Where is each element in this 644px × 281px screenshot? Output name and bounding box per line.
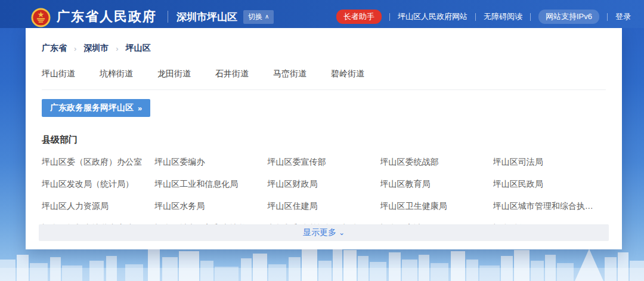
nav-divider	[389, 13, 390, 21]
region-dropdown-panel: 广东省 › 深圳市 › 坪山区 坪山街道 坑梓街道 龙田街道 石井街道 马峦街道…	[26, 28, 622, 249]
department-link[interactable]: 坪山区住建局	[267, 201, 380, 212]
chevron-up-icon: ∧	[265, 14, 269, 20]
ipv6-support-badge[interactable]: 网站支持IPv6	[538, 10, 599, 24]
nav-divider	[475, 13, 476, 21]
elder-helper-badge[interactable]: 长者助手	[336, 10, 382, 24]
current-region-label: 深圳市坪山区	[177, 10, 237, 24]
accessibility-link[interactable]: 无障碍阅读	[484, 11, 522, 22]
street-tab[interactable]: 坑梓街道	[100, 69, 133, 79]
department-link[interactable]: 坪山区司法局	[493, 157, 606, 168]
departments-grid: 坪山区委（区政府）办公室 坪山区委编办 坪山区委宣传部 坪山区委统战部 坪山区司…	[42, 157, 606, 234]
street-tab[interactable]: 龙田街道	[157, 69, 191, 79]
street-tabs: 坪山街道 坑梓街道 龙田街道 石井街道 马峦街道 碧岭街道	[42, 69, 606, 90]
region-switch-button[interactable]: 切换 ∧	[243, 10, 274, 24]
breadcrumb-province[interactable]: 广东省	[42, 43, 67, 54]
department-link[interactable]: 坪山区发改局（统计局）	[42, 179, 154, 190]
street-tab[interactable]: 碧岭街道	[331, 69, 364, 79]
show-more-label: 显示更多	[303, 227, 336, 238]
service-button-label: 广东政务服务网坪山区	[50, 103, 134, 113]
department-link[interactable]: 坪山区委编办	[154, 157, 267, 168]
district-website-link[interactable]: 坪山区人民政府网站	[398, 11, 467, 22]
department-link[interactable]: 坪山区卫生健康局	[380, 201, 493, 212]
department-link[interactable]: 坪山区工业和信息化局	[154, 179, 267, 190]
login-link[interactable]: 登录	[615, 11, 631, 22]
breadcrumb-district[interactable]: 坪山区	[126, 43, 151, 54]
switch-label: 切换	[248, 12, 262, 22]
header-divider	[168, 11, 168, 23]
government-service-button[interactable]: 广东政务服务网坪山区 »	[42, 99, 150, 117]
top-header-bar: 广东省人民政府 深圳市坪山区 切换 ∧ 长者助手 坪山区人民政府网站 无障碍阅读…	[0, 0, 644, 28]
departments-section-title: 县级部门	[42, 134, 606, 146]
department-link[interactable]: 坪山区民政局	[493, 179, 606, 190]
department-link[interactable]: 坪山区委（区政府）办公室	[42, 157, 154, 168]
street-tab[interactable]: 石井街道	[215, 69, 249, 79]
breadcrumb: 广东省 › 深圳市 › 坪山区	[42, 43, 606, 54]
chevron-right-icon: ›	[74, 44, 76, 53]
department-link[interactable]: 坪山区城市管理和综合执法局	[493, 201, 606, 212]
breadcrumb-city[interactable]: 深圳市	[83, 43, 109, 54]
double-chevron-right-icon: »	[138, 104, 142, 113]
nav-divider	[607, 13, 608, 21]
department-link[interactable]: 坪山区财政局	[267, 179, 380, 190]
nav-divider	[530, 13, 531, 21]
street-tab[interactable]: 马峦街道	[273, 69, 306, 79]
show-more-button[interactable]: 显示更多 ⌄	[39, 224, 609, 241]
site-title[interactable]: 广东省人民政府	[57, 8, 157, 26]
department-link[interactable]: 坪山区委宣传部	[267, 157, 380, 168]
chevron-down-icon: ⌄	[339, 228, 345, 237]
street-tab[interactable]: 坪山街道	[42, 69, 75, 79]
national-emblem-icon	[31, 8, 51, 27]
department-link[interactable]: 坪山区教育局	[380, 179, 493, 190]
department-link[interactable]: 坪山区人力资源局	[42, 201, 154, 212]
department-link[interactable]: 坪山区委统战部	[380, 157, 493, 168]
department-link[interactable]: 坪山区水务局	[154, 201, 267, 212]
chevron-right-icon: ›	[116, 44, 118, 53]
header-nav: 长者助手 坪山区人民政府网站 无障碍阅读 网站支持IPv6 登录	[336, 10, 631, 24]
